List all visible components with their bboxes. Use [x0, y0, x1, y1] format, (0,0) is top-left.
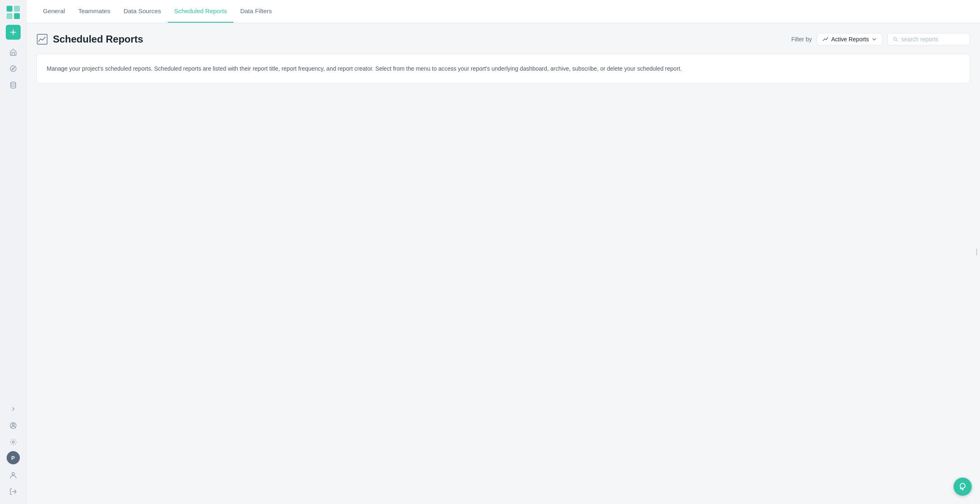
settings-icon[interactable]: [6, 435, 21, 449]
description-text: Manage your project's scheduled reports.…: [47, 64, 960, 73]
svg-rect-0: [7, 6, 12, 12]
svg-line-14: [896, 40, 897, 41]
page-header: Scheduled Reports Filter by Active Repor…: [36, 33, 970, 45]
search-input[interactable]: [901, 36, 965, 43]
help-button[interactable]: [954, 478, 972, 496]
right-panel-toggle[interactable]: [973, 248, 980, 256]
content-area: Scheduled Reports Filter by Active Repor…: [26, 23, 980, 504]
sidebar: P: [0, 0, 26, 504]
profile-icon[interactable]: [6, 468, 21, 483]
search-box[interactable]: [887, 33, 970, 45]
filter-label: Filter by: [791, 36, 812, 43]
svg-point-16: [962, 489, 963, 490]
tab-teammates[interactable]: Teammates: [71, 0, 117, 23]
add-new-button[interactable]: [6, 25, 21, 40]
tab-scheduled-reports[interactable]: Scheduled Reports: [168, 0, 234, 23]
top-navigation: General Teammates Data Sources Scheduled…: [26, 0, 980, 23]
tab-data-filters[interactable]: Data Filters: [233, 0, 278, 23]
sign-out-icon[interactable]: [6, 484, 21, 499]
filter-controls: Filter by Active Reports: [791, 33, 970, 45]
svg-rect-1: [14, 6, 20, 12]
svg-rect-12: [37, 34, 47, 44]
svg-point-10: [12, 441, 14, 443]
svg-rect-3: [14, 13, 20, 19]
expand-icon[interactable]: [6, 402, 21, 416]
svg-point-13: [894, 38, 897, 40]
svg-rect-2: [7, 13, 12, 19]
svg-point-9: [12, 424, 14, 426]
page-title: Scheduled Reports: [53, 33, 143, 45]
description-card: Manage your project's scheduled reports.…: [36, 54, 970, 83]
user-avatar[interactable]: P: [7, 451, 20, 464]
svg-point-11: [12, 473, 14, 475]
home-icon[interactable]: [6, 45, 21, 59]
page-title-group: Scheduled Reports: [36, 33, 143, 45]
svg-point-7: [11, 82, 16, 84]
compass-icon[interactable]: [6, 61, 21, 76]
tab-data-sources[interactable]: Data Sources: [117, 0, 168, 23]
main-content: General Teammates Data Sources Scheduled…: [26, 0, 980, 504]
logo: [6, 5, 21, 20]
chevron-down-icon: [871, 36, 877, 42]
tab-general[interactable]: General: [36, 0, 71, 23]
svg-point-6: [10, 66, 16, 71]
chart-line-icon: [36, 33, 48, 45]
search-icon: [893, 36, 898, 42]
active-reports-dropdown[interactable]: Active Reports: [817, 33, 882, 45]
chart-mini-icon: [822, 36, 829, 43]
filter-selected-label: Active Reports: [831, 36, 869, 43]
user-circle-icon[interactable]: [6, 418, 21, 433]
database-icon[interactable]: [6, 78, 21, 93]
